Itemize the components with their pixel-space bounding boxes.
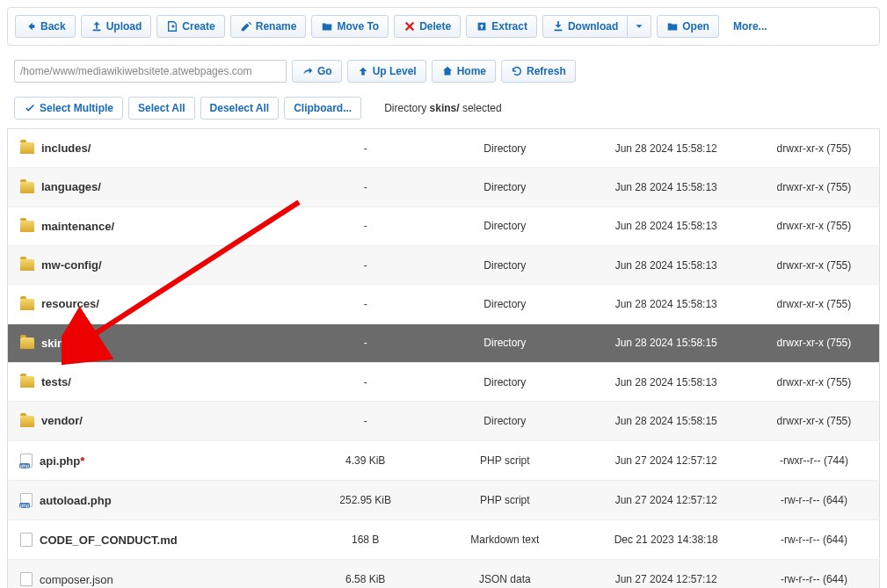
file-type: Directory: [426, 245, 584, 284]
file-perm: drwxr-xr-x (755): [749, 402, 880, 440]
table-row[interactable]: vendor/-DirectoryJun 28 2024 15:58:15drw…: [8, 402, 880, 440]
file-type: PHP script: [426, 480, 584, 519]
file-type: Directory: [426, 402, 584, 440]
file-name: mw-config/: [41, 258, 102, 272]
upload-button[interactable]: Upload: [81, 15, 152, 38]
table-row[interactable]: CODE_OF_CONDUCT.md168 BMarkdown textDec …: [8, 519, 880, 559]
file-table: includes/-DirectoryJun 28 2024 15:58:12d…: [7, 128, 880, 588]
go-icon: [302, 65, 314, 77]
table-row[interactable]: skins/-DirectoryJun 28 2024 15:58:15drwx…: [8, 323, 880, 362]
extract-button[interactable]: Extract: [466, 15, 537, 38]
file-name: languages/: [41, 181, 101, 194]
file-size: -: [304, 168, 426, 207]
file-type: Directory: [426, 362, 584, 401]
file-name: api.php: [40, 454, 80, 467]
file-date: Jun 28 2024 15:58:13: [584, 245, 749, 284]
check-icon: [24, 102, 36, 114]
file-size: -: [304, 285, 426, 323]
file-size: 4.39 KiB: [304, 440, 426, 480]
file-date: Jun 28 2024 15:58:13: [584, 362, 749, 401]
file-name: resources/: [41, 298, 99, 311]
select-all-button[interactable]: Select All: [128, 97, 195, 120]
table-row[interactable]: api.php*4.39 KiBPHP scriptJun 27 2024 12…: [8, 440, 880, 480]
file-type: Markdown text: [426, 519, 584, 559]
file-name: maintenance/: [41, 220, 114, 233]
path-bar: Go Up Level Home Refresh: [7, 56, 880, 86]
file-name: skins/: [41, 337, 74, 350]
path-input[interactable]: [14, 60, 287, 83]
delete-button[interactable]: Delete: [394, 15, 461, 38]
folder-icon: [20, 259, 34, 271]
file-perm: -rw-r--r-- (644): [749, 559, 880, 588]
upload-icon: [91, 20, 103, 33]
moveto-button[interactable]: Move To: [311, 15, 389, 38]
file-perm: -rwxr--r-- (744): [749, 440, 880, 480]
table-row[interactable]: autoload.php252.95 KiBPHP scriptJun 27 2…: [8, 480, 880, 519]
file-type: JSON data: [426, 559, 584, 588]
file-perm: drwxr-xr-x (755): [749, 168, 880, 207]
open-icon: [666, 20, 679, 33]
file-size: -: [304, 323, 426, 362]
file-date: Jun 28 2024 15:58:15: [584, 402, 749, 440]
file-size: 6.58 KiB: [304, 559, 426, 588]
file-date: Jun 27 2024 12:57:12: [584, 559, 749, 588]
download-button[interactable]: Download: [542, 15, 628, 38]
refresh-button[interactable]: Refresh: [501, 60, 576, 83]
up-icon: [357, 65, 369, 77]
file-perm: drwxr-xr-x (755): [749, 207, 880, 245]
file-name: CODE_OF_CONDUCT.md: [40, 533, 178, 546]
home-button[interactable]: Home: [432, 60, 496, 83]
table-row[interactable]: resources/-DirectoryJun 28 2024 15:58:13…: [8, 285, 880, 323]
create-button[interactable]: Create: [156, 15, 224, 38]
table-row[interactable]: maintenance/-DirectoryJun 28 2024 15:58:…: [8, 207, 880, 245]
delete-icon: [404, 20, 416, 33]
file-size: 168 B: [304, 519, 426, 559]
file-size: -: [304, 362, 426, 401]
php-file-icon: [20, 454, 33, 468]
file-type: Directory: [426, 168, 584, 207]
clipboard-button[interactable]: Clipboard...: [284, 97, 361, 120]
file-perm: -rw-r--r-- (644): [749, 480, 880, 519]
table-row[interactable]: languages/-DirectoryJun 28 2024 15:58:13…: [8, 168, 880, 207]
moveto-icon: [321, 20, 333, 33]
go-button[interactable]: Go: [292, 60, 342, 83]
table-row[interactable]: mw-config/-DirectoryJun 28 2024 15:58:13…: [8, 245, 880, 284]
file-date: Jun 28 2024 15:58:12: [584, 129, 749, 168]
file-icon: [20, 533, 33, 547]
uplevel-button[interactable]: Up Level: [347, 60, 426, 83]
file-perm: drwxr-xr-x (755): [749, 323, 880, 362]
file-date: Jun 28 2024 15:58:13: [584, 168, 749, 207]
deselect-all-button[interactable]: Deselect All: [200, 97, 280, 120]
file-date: Jun 27 2024 12:57:12: [584, 440, 749, 480]
back-icon: [25, 20, 37, 33]
back-button[interactable]: Back: [15, 15, 76, 38]
file-size: -: [304, 402, 426, 440]
file-perm: -rw-r--r-- (644): [749, 519, 880, 559]
selection-status: Directory skins/ selected: [384, 102, 501, 114]
rename-icon: [240, 20, 252, 33]
file-name: vendor/: [41, 415, 83, 428]
file-name: composer.json: [40, 572, 113, 585]
folder-icon: [20, 299, 34, 310]
file-perm: drwxr-xr-x (755): [749, 245, 880, 284]
file-type: Directory: [426, 129, 584, 168]
file-date: Dec 21 2023 14:38:18: [584, 519, 749, 559]
download-split: Download: [542, 15, 651, 38]
select-multiple-button[interactable]: Select Multiple: [14, 97, 123, 120]
rename-button[interactable]: Rename: [230, 15, 307, 38]
php-file-icon: [20, 493, 33, 507]
folder-icon: [20, 221, 34, 232]
folder-icon: [20, 142, 34, 154]
download-dropdown[interactable]: [628, 15, 651, 38]
table-row[interactable]: includes/-DirectoryJun 28 2024 15:58:12d…: [8, 129, 880, 168]
file-name: includes/: [41, 142, 91, 155]
open-button[interactable]: Open: [657, 15, 719, 38]
table-row[interactable]: tests/-DirectoryJun 28 2024 15:58:13drwx…: [8, 362, 880, 401]
table-row[interactable]: composer.json6.58 KiBJSON dataJun 27 202…: [8, 559, 880, 588]
folder-icon: [20, 376, 34, 388]
create-icon: [166, 20, 178, 33]
more-button[interactable]: More...: [724, 15, 776, 38]
folder-icon: [20, 416, 34, 427]
file-date: Jun 27 2024 12:57:12: [584, 480, 749, 519]
file-name: autoload.php: [40, 493, 112, 506]
